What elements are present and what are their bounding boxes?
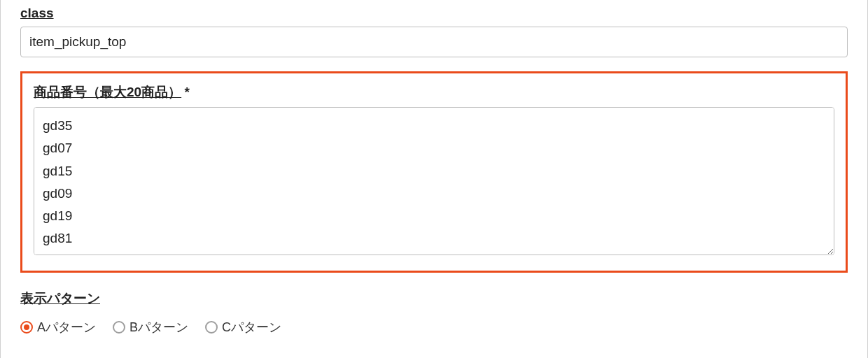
product-numbers-textarea[interactable]: [34, 107, 834, 255]
required-mark: *: [185, 85, 190, 99]
radio-option-b[interactable]: Bパターン: [113, 319, 188, 336]
product-numbers-highlight: 商品番号（最大20商品） *: [20, 71, 848, 273]
product-numbers-label: 商品番号（最大20商品）: [34, 83, 181, 101]
radio-icon: [205, 321, 218, 334]
display-pattern-radio-row: Aパターン Bパターン Cパターン: [20, 319, 848, 336]
radio-option-a[interactable]: Aパターン: [20, 319, 96, 336]
radio-option-label: Aパターン: [37, 319, 96, 336]
form-panel: class 商品番号（最大20商品） * 表示パターン Aパターン Bパターン: [0, 0, 868, 358]
radio-dot-icon: [24, 324, 29, 330]
radio-icon: [20, 321, 33, 334]
radio-icon: [113, 321, 125, 334]
class-field-group: class: [20, 6, 848, 57]
radio-option-c[interactable]: Cパターン: [205, 319, 281, 336]
radio-option-label: Cパターン: [222, 319, 281, 336]
display-pattern-field-group: 表示パターン Aパターン Bパターン Cパターン: [20, 289, 848, 336]
class-input[interactable]: [20, 27, 848, 57]
class-label: class: [20, 6, 54, 21]
display-pattern-label: 表示パターン: [20, 289, 100, 308]
radio-option-label: Bパターン: [130, 319, 188, 336]
product-numbers-field-group: 商品番号（最大20商品） *: [34, 83, 834, 258]
